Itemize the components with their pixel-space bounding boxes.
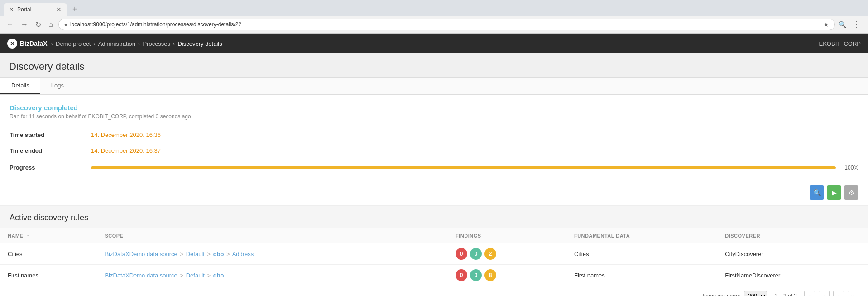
col-fundamental-data: FUNDAMENTAL DATA	[567, 228, 718, 243]
pagination-row: Items per page: 50 100 200 500 1 – 2 of …	[0, 286, 868, 296]
breadcrumb-sep-0: ›	[51, 40, 53, 47]
badge-red-firstnames: 0	[456, 269, 467, 281]
reload-btn[interactable]: ↻	[34, 19, 43, 30]
url-text: localhost:9000/projects/1/administration…	[70, 21, 820, 28]
badge-teal-firstnames: 0	[470, 269, 482, 281]
cell-fundamental-cities: Cities	[567, 243, 718, 265]
top-nav: ✕ BizDataX › Demo project › Administrati…	[0, 34, 868, 53]
tab-details[interactable]: Details	[0, 78, 40, 94]
info-grid: Time started 14. December 2020. 16:36 Ti…	[10, 129, 858, 157]
scope-sep-2: >	[207, 251, 211, 257]
progress-bar-fill	[91, 166, 836, 169]
last-page-btn[interactable]: ››	[848, 291, 858, 296]
scope-dbo-cities: dbo	[213, 251, 224, 257]
scope-link-firstnames[interactable]: BizDataXDemo data source > Default > dbo	[105, 272, 224, 279]
user-label: EKOBIT_CORP	[819, 40, 861, 47]
url-box: ● localhost:9000/projects/1/administrati…	[58, 19, 835, 30]
cell-discoverer-firstnames: FirstNameDiscoverer	[718, 265, 868, 286]
badge-teal-cities: 0	[470, 248, 482, 260]
cell-discoverer-cities: CityDiscoverer	[718, 243, 868, 265]
search-action-btn[interactable]: 🔍	[810, 185, 824, 200]
browser-menu-btn[interactable]: ⋮	[850, 19, 863, 30]
items-per-page-select[interactable]: 50 100 200 500	[744, 291, 767, 296]
home-btn[interactable]: ⌂	[47, 19, 55, 29]
scope-sep-3: >	[226, 251, 230, 257]
gear-action-btn[interactable]: ⚙	[844, 185, 858, 200]
breadcrumb-demo-project[interactable]: Demo project	[56, 40, 91, 47]
bookmark-icon[interactable]: ★	[823, 21, 829, 28]
tab-content-details: Discovery completed Ran for 11 seconds o…	[0, 95, 868, 180]
badge-red-cities: 0	[456, 248, 467, 260]
first-page-btn[interactable]: ‹‹	[804, 291, 815, 296]
progress-pct: 100%	[836, 165, 858, 171]
col-findings: FINDINGS	[448, 228, 567, 243]
tab-logs[interactable]: Logs	[40, 78, 75, 94]
cell-scope-firstnames: BizDataXDemo data source > Default > dbo	[97, 265, 448, 286]
cell-findings-firstnames: 0 0 8	[448, 265, 567, 286]
discovery-status-sub: Ran for 11 seconds on behalf of EKOBIT_C…	[10, 113, 858, 120]
logo: ✕ BizDataX	[7, 39, 48, 49]
table-row: Cities BizDataXDemo data source > Defaul…	[0, 243, 868, 265]
play-icon: ▶	[832, 189, 837, 196]
progress-row: Progress 100%	[10, 164, 858, 171]
scope-sep-1: >	[180, 251, 183, 257]
browser-chrome: ✕ Portal ✕ + ← → ↻ ⌂ ● localhost:9000/pr…	[0, 0, 868, 34]
logo-icon: ✕	[7, 39, 17, 49]
breadcrumb-sep-3: ›	[173, 40, 175, 47]
time-ended-label: Time ended	[10, 145, 91, 157]
breadcrumb-sep-2: ›	[138, 40, 140, 47]
cell-name-firstnames: First names	[0, 265, 97, 286]
pagination-info: 1 – 2 of 2	[774, 293, 797, 296]
breadcrumb-administration[interactable]: Administration	[98, 40, 135, 47]
badge-yellow-cities: 2	[484, 248, 496, 260]
forward-btn[interactable]: →	[19, 19, 30, 29]
logo-x: ✕	[10, 40, 15, 47]
logo-text: BizDataX	[20, 40, 48, 47]
page-title: Discovery details	[0, 53, 868, 77]
search-icon: 🔍	[813, 189, 821, 196]
cell-findings-cities: 0 0 2	[448, 243, 567, 265]
active-tab[interactable]: ✕ Portal ✕	[4, 3, 67, 16]
badge-yellow-firstnames: 8	[484, 269, 496, 281]
time-ended-value: 14. December 2020. 16:37	[91, 145, 858, 157]
time-started-value: 14. December 2020. 16:36	[91, 129, 858, 141]
rules-table: NAME ↑ SCOPE FINDINGS FUNDAMENTAL DATA D…	[0, 228, 868, 286]
back-btn[interactable]: ←	[5, 19, 15, 29]
cell-fundamental-firstnames: First names	[567, 265, 718, 286]
progress-bar-container	[91, 166, 836, 169]
sort-arrow-name: ↑	[27, 233, 29, 238]
cell-name-cities: Cities	[0, 243, 97, 265]
rules-section-title: Active discovery rules	[0, 206, 868, 228]
new-tab-btn[interactable]: +	[69, 3, 81, 16]
scope-link-cities[interactable]: BizDataXDemo data source > Default > dbo…	[105, 251, 254, 257]
action-buttons: 🔍 ▶ ⚙	[0, 180, 868, 206]
scope-sep-fn-1: >	[180, 272, 183, 279]
prev-page-btn[interactable]: ‹	[819, 291, 830, 296]
col-scope: SCOPE	[97, 228, 448, 243]
col-discoverer: DISCOVERER	[718, 228, 868, 243]
cell-scope-cities: BizDataXDemo data source > Default > dbo…	[97, 243, 448, 265]
tab-title: Portal	[17, 6, 31, 13]
play-action-btn[interactable]: ▶	[827, 185, 841, 200]
tab-bar: ✕ Portal ✕ +	[0, 0, 868, 16]
findings-cell-cities: 0 0 2	[456, 248, 560, 260]
breadcrumb-processes[interactable]: Processes	[143, 40, 170, 47]
findings-cell-firstnames: 0 0 8	[456, 269, 560, 281]
breadcrumb-sep-1: ›	[93, 40, 95, 47]
table-header-row: NAME ↑ SCOPE FINDINGS FUNDAMENTAL DATA D…	[0, 228, 868, 243]
discovery-status-title: Discovery completed	[10, 104, 858, 112]
tab-close-btn[interactable]: ✕	[56, 6, 62, 13]
table-body: Cities BizDataXDemo data source > Defaul…	[0, 243, 868, 286]
breadcrumb-current: Discovery details	[177, 40, 222, 47]
items-per-page-label: Items per page:	[703, 293, 740, 296]
address-bar: ← → ↻ ⌂ ● localhost:9000/projects/1/admi…	[0, 16, 868, 33]
col-name[interactable]: NAME ↑	[0, 228, 97, 243]
next-page-btn[interactable]: ›	[833, 291, 844, 296]
progress-label: Progress	[10, 164, 91, 171]
tab-list: Details Logs	[0, 78, 868, 95]
zoom-icon: 🔍	[839, 21, 846, 28]
scope-dbo-firstnames: dbo	[213, 272, 224, 279]
table-row: First names BizDataXDemo data source > D…	[0, 265, 868, 286]
page: Discovery details Details Logs Discovery…	[0, 53, 868, 296]
main-card: Details Logs Discovery completed Ran for…	[0, 77, 868, 296]
